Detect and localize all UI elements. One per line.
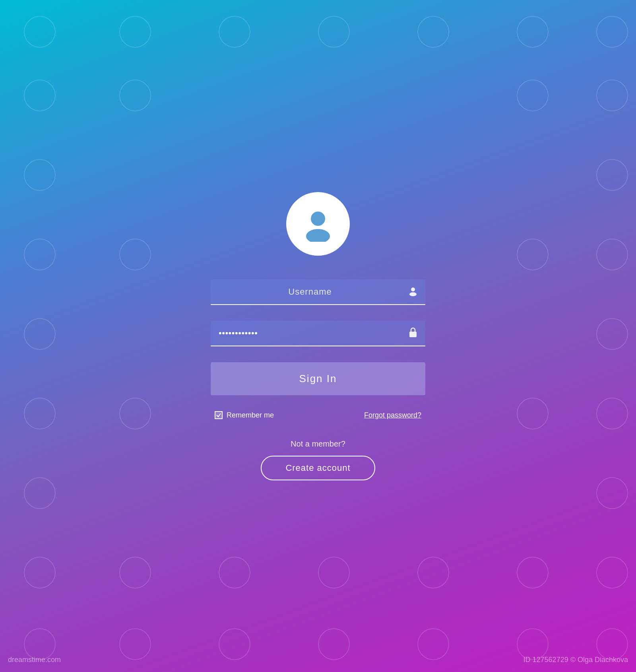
options-row: Remember me Forgot password? — [211, 411, 425, 420]
remember-me-label: Remember me — [227, 411, 274, 420]
background: Sign In Remember me Forgot password? Not… — [0, 0, 636, 672]
remember-me-wrapper: Remember me — [215, 411, 274, 420]
person-icon — [408, 286, 418, 299]
password-input[interactable] — [211, 321, 425, 346]
svg-point-0 — [311, 212, 325, 226]
svg-point-3 — [409, 292, 417, 296]
avatar — [286, 192, 350, 256]
not-member-section: Not a member? Create account — [261, 439, 375, 480]
svg-point-2 — [411, 287, 415, 291]
svg-point-1 — [306, 229, 330, 242]
svg-rect-4 — [409, 332, 417, 337]
username-input[interactable] — [211, 280, 425, 305]
not-member-text: Not a member? — [291, 439, 345, 449]
remember-me-checkbox[interactable] — [215, 411, 223, 419]
username-wrapper — [211, 280, 425, 305]
create-account-button[interactable]: Create account — [261, 456, 375, 480]
watermark-bottom-right: ID 127562729 © Olga Diachkova — [524, 656, 628, 664]
password-wrapper — [211, 321, 425, 346]
user-icon — [300, 206, 336, 242]
login-container: Sign In Remember me Forgot password? Not… — [211, 192, 425, 480]
watermark-bottom-left: dreamstime.com — [8, 656, 61, 664]
signin-button[interactable]: Sign In — [211, 362, 425, 395]
forgot-password-link[interactable]: Forgot password? — [364, 411, 421, 420]
lock-icon — [408, 326, 418, 341]
